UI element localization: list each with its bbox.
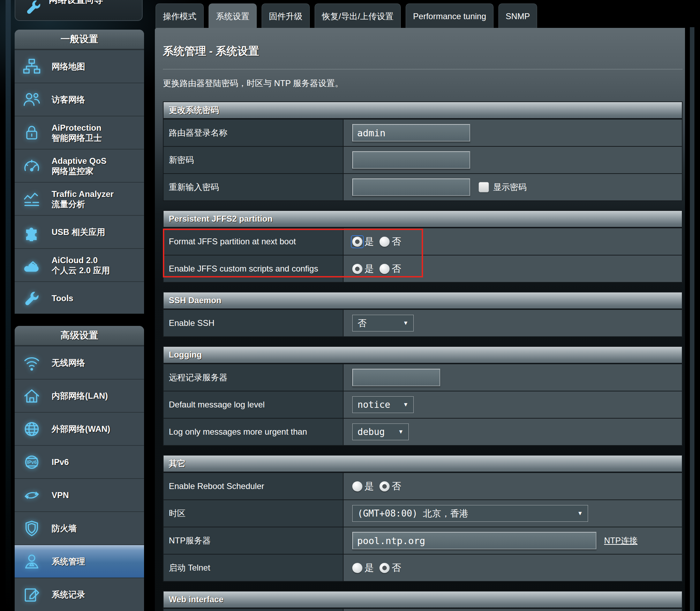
sidebar-item-quick-setup[interactable]: 网络设置向导 xyxy=(15,0,143,21)
section-misc: 其它 Enable Reboot Scheduler 是 否 时区 (GMT+0… xyxy=(163,455,683,582)
sidebar-item-label: 访客网络 xyxy=(52,94,85,105)
sidebar-item-label: Traffic Analyzer流量分析 xyxy=(52,189,114,209)
table-row: 授权方式 BOTH▼ xyxy=(164,608,682,611)
wrench-icon xyxy=(24,0,43,17)
sidebar-item-label: 外部网络(WAN) xyxy=(52,424,110,434)
section-web-interface: Web interface 授权方式 BOTH▼ xyxy=(163,591,683,611)
row-label: 新密码 xyxy=(164,147,344,173)
table-row: 路由器登录名称 xyxy=(164,119,682,146)
retype-password-input[interactable] xyxy=(352,178,470,196)
table-row: Enable JFFS custom scripts and configs 是… xyxy=(164,255,682,282)
sidebar-item-ipv6[interactable]: IPv6 IPv6 xyxy=(15,445,144,478)
section-change-password: 更改系统密码 路由器登录名称 新密码 重新输入密码 显示密码 xyxy=(163,101,683,201)
chevron-down-icon: ▼ xyxy=(577,510,583,517)
sidebar-item-aicloud[interactable]: AiCloud 2.0个人云 2.0 应用 xyxy=(15,248,144,281)
row-label: 路由器登录名称 xyxy=(164,120,344,146)
section-logging: Logging 远程记录服务器 Default message log leve… xyxy=(163,346,683,446)
wan-icon xyxy=(21,420,43,438)
tab-restore-save-upload[interactable]: 恢复/导出/上传设置 xyxy=(315,3,401,28)
new-password-input[interactable] xyxy=(352,151,470,169)
sidebar-item-lan[interactable]: 内部网络(LAN) xyxy=(15,379,144,412)
table-row: Format JFFS partition at next boot 是 否 xyxy=(164,228,682,255)
section-ssh-daemon: SSH Daemon Enable SSH 否▼ xyxy=(163,292,683,337)
tab-snmp[interactable]: SNMP xyxy=(498,3,537,28)
log-level-select[interactable]: notice▼ xyxy=(352,396,414,413)
radio-label-yes: 是 xyxy=(364,262,374,275)
sidebar-item-traffic-analyzer[interactable]: Traffic Analyzer流量分析 xyxy=(15,182,144,215)
adaptive-qos-icon xyxy=(21,157,43,175)
table-row: NTP服务器 NTP连接 xyxy=(164,527,682,554)
sidebar-item-aiprotection[interactable]: AiProtection智能网络卫士 xyxy=(15,116,144,149)
radio-label-yes: 是 xyxy=(364,235,374,248)
timezone-select[interactable]: (GMT+08:00) 北京，香港▼ xyxy=(352,505,588,522)
settings-tab-bar: 操作模式 系统设置 固件升级 恢复/导出/上传设置 Performance tu… xyxy=(156,3,537,28)
table-row: 时区 (GMT+08:00) 北京，香港▼ xyxy=(164,499,682,527)
format-jffs-no-radio[interactable] xyxy=(379,237,390,247)
sidebar-item-firewall[interactable]: 防火墙 xyxy=(15,511,144,544)
sidebar-item-system-log[interactable]: 系统记录 xyxy=(15,578,144,611)
aicloud-icon xyxy=(21,256,43,274)
section-header: Web interface xyxy=(164,591,682,608)
row-label: 重新输入密码 xyxy=(164,174,344,200)
tab-operation-mode[interactable]: 操作模式 xyxy=(156,3,204,28)
router-login-name-input[interactable] xyxy=(352,124,470,142)
telnet-no-radio[interactable] xyxy=(379,563,390,573)
remote-log-server-input[interactable] xyxy=(352,369,440,386)
sidebar-item-guest-network[interactable]: 访客网络 xyxy=(15,83,144,116)
jffs-scripts-yes-radio[interactable] xyxy=(352,264,362,274)
lan-icon xyxy=(21,387,43,405)
section-jffs2-partition: Persistent JFFS2 partition Format JFFS p… xyxy=(163,210,683,283)
table-row: Enable Reboot Scheduler 是 否 xyxy=(164,472,682,499)
reboot-scheduler-no-radio[interactable] xyxy=(379,481,390,491)
sidebar-item-wireless[interactable]: 无线网络 xyxy=(15,346,144,379)
row-label: Enable Reboot Scheduler xyxy=(164,473,344,499)
table-row: Log only messages more urgent than debug… xyxy=(164,418,682,445)
system-log-icon xyxy=(21,586,43,604)
log-urgency-select[interactable]: debug▼ xyxy=(352,423,409,440)
sidebar-item-vpn[interactable]: VPN xyxy=(15,478,144,511)
sidebar-item-usb-apps[interactable]: USB 相关应用 xyxy=(15,215,144,248)
sidebar-item-label: 防火墙 xyxy=(52,523,77,533)
enable-ssh-select[interactable]: 否▼ xyxy=(352,315,414,331)
section-header: 更改系统密码 xyxy=(164,102,682,119)
jffs-scripts-no-radio[interactable] xyxy=(379,264,390,274)
sidebar-item-wan[interactable]: 外部网络(WAN) xyxy=(15,412,144,445)
reboot-scheduler-yes-radio[interactable] xyxy=(352,481,362,491)
table-row: 新密码 xyxy=(164,146,682,173)
section-header: SSH Daemon xyxy=(164,292,682,309)
table-row: 启动 Telnet 是 否 xyxy=(164,554,682,581)
sidebar-item-label: USB 相关应用 xyxy=(52,227,105,237)
row-label: 授权方式 xyxy=(164,609,344,611)
chevron-down-icon: ▼ xyxy=(403,320,408,326)
tab-system-settings[interactable]: 系统设置 xyxy=(209,3,257,28)
sidebar-item-system-admin[interactable]: 系统管理 xyxy=(15,544,144,578)
right-edge-strip xyxy=(690,27,694,611)
radio-label-no: 否 xyxy=(392,562,401,574)
ntp-link[interactable]: NTP连接 xyxy=(604,535,638,546)
sidebar-item-adaptive-qos[interactable]: Adaptive QoS网络监控家 xyxy=(15,149,144,182)
tab-performance-tuning[interactable]: Performance tuning xyxy=(406,3,493,28)
sidebar-item-label: 网络地图 xyxy=(52,61,85,71)
page-title: 系统管理 - 系统设置 xyxy=(163,44,685,59)
row-label: Enable JFFS custom scripts and configs xyxy=(164,255,344,282)
row-label: 远程记录服务器 xyxy=(164,364,344,391)
chevron-down-icon: ▼ xyxy=(403,402,408,408)
sidebar-item-label: IPv6 xyxy=(52,457,69,467)
sidebar-item-label: 系统管理 xyxy=(52,556,85,566)
ntp-server-input[interactable] xyxy=(352,532,596,549)
tab-firmware-upgrade[interactable]: 固件升级 xyxy=(262,3,310,28)
radio-label-no: 否 xyxy=(392,262,401,275)
show-password-checkbox[interactable] xyxy=(479,182,489,192)
row-label: Default message log level xyxy=(164,391,344,418)
left-edge-strip xyxy=(6,0,11,611)
row-label: 启动 Telnet xyxy=(164,555,344,581)
radio-label-yes: 是 xyxy=(364,562,374,574)
sidebar-item-tools[interactable]: Tools xyxy=(15,281,144,314)
sidebar-item-network-map[interactable]: 网络地图 xyxy=(15,49,144,83)
format-jffs-yes-radio[interactable] xyxy=(352,237,362,247)
title-divider xyxy=(163,69,683,69)
telnet-yes-radio[interactable] xyxy=(352,563,362,573)
tools-icon xyxy=(21,289,43,307)
guest-network-icon xyxy=(21,91,43,109)
chevron-down-icon: ▼ xyxy=(398,429,404,435)
